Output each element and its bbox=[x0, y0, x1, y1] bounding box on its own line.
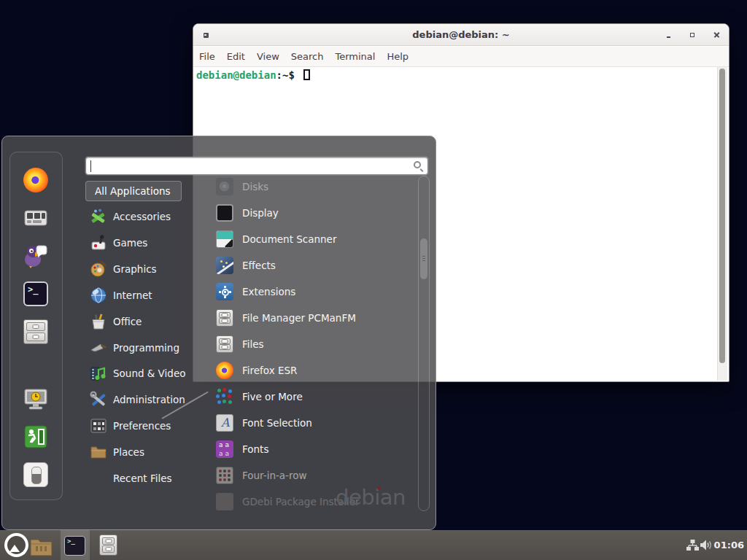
category-label: Sound & Video bbox=[113, 368, 185, 379]
window-title: debian@debian: ~ bbox=[193, 24, 729, 46]
office-icon bbox=[90, 313, 107, 330]
prompt-line: debian@debian:~$ bbox=[196, 69, 310, 82]
files-icon bbox=[216, 335, 233, 353]
app-five-or-more[interactable]: Five or More bbox=[216, 384, 303, 410]
terminal-cursor bbox=[303, 69, 310, 80]
favorite-firefox-icon[interactable] bbox=[23, 168, 48, 192]
app-label: Four-in-a-row bbox=[242, 470, 307, 481]
maximize-icon bbox=[690, 33, 695, 38]
favorite-keyboard-icon[interactable] bbox=[23, 206, 48, 230]
category-places[interactable]: Places bbox=[90, 439, 144, 465]
prompt-suffix: :~$ bbox=[276, 69, 295, 81]
menu-scrollbar-track[interactable] bbox=[418, 176, 430, 511]
category-internet[interactable]: Internet bbox=[90, 282, 152, 308]
sound-video-icon bbox=[90, 365, 107, 382]
games-icon bbox=[90, 234, 107, 252]
taskbar-file-manager-icon[interactable] bbox=[30, 537, 53, 559]
category-label: Places bbox=[113, 446, 144, 458]
app-label: Effects bbox=[242, 260, 276, 271]
category-label: Recent Files bbox=[113, 472, 172, 484]
application-menu: All Applications Accessories Games bbox=[1, 136, 436, 530]
disks-icon bbox=[216, 178, 233, 195]
taskbar-file-cabinet-icon[interactable] bbox=[99, 534, 117, 556]
favorite-pidgin-icon[interactable] bbox=[23, 244, 48, 268]
app-effects[interactable]: Effects bbox=[216, 252, 276, 279]
app-label: Display bbox=[242, 207, 279, 219]
no-icon bbox=[90, 470, 107, 487]
category-label: Preferences bbox=[113, 420, 171, 432]
app-label: Disks bbox=[242, 181, 268, 192]
gdebi-icon bbox=[216, 493, 233, 510]
category-recent-files[interactable]: Recent Files bbox=[90, 465, 172, 491]
close-button[interactable] bbox=[707, 26, 726, 44]
app-label: Fonts bbox=[242, 443, 268, 455]
preferences-icon bbox=[90, 417, 107, 435]
favorite-file-manager-icon[interactable] bbox=[23, 319, 48, 344]
app-label: Files bbox=[242, 338, 264, 350]
effects-icon bbox=[216, 257, 233, 274]
terminal-scrollbar-thumb[interactable] bbox=[719, 69, 725, 363]
watermark-dot bbox=[377, 486, 381, 490]
category-label: Graphics bbox=[113, 263, 157, 275]
favorite-terminal-icon[interactable] bbox=[23, 281, 48, 306]
maximize-button[interactable] bbox=[683, 26, 702, 44]
category-all-applications[interactable]: All Applications bbox=[85, 181, 182, 201]
menu-scrollbar-thumb[interactable] bbox=[420, 238, 427, 279]
app-firefox-esr[interactable]: Firefox ESR bbox=[216, 357, 297, 384]
category-label: Accessories bbox=[113, 211, 171, 222]
menu-view[interactable]: View bbox=[251, 51, 285, 62]
app-font-selection[interactable]: Font Selection bbox=[216, 410, 312, 436]
search-icon bbox=[414, 161, 421, 168]
favorite-screensaver-icon[interactable] bbox=[23, 386, 48, 411]
app-files[interactable]: Files bbox=[216, 331, 264, 357]
category-label: Programming bbox=[113, 342, 179, 354]
category-programming[interactable]: Programming bbox=[90, 335, 179, 361]
category-label: Administration bbox=[113, 394, 185, 405]
minimize-icon bbox=[667, 36, 670, 38]
menu-help[interactable]: Help bbox=[381, 51, 414, 62]
app-extensions[interactable]: Extensions bbox=[216, 279, 295, 305]
font-selection-icon bbox=[216, 414, 233, 432]
menu-search[interactable]: Search bbox=[285, 51, 330, 62]
administration-icon bbox=[90, 391, 107, 408]
category-label: Games bbox=[113, 237, 147, 249]
menu-edit[interactable]: Edit bbox=[221, 51, 251, 62]
terminal-scrollbar-track[interactable] bbox=[717, 67, 727, 381]
programming-icon bbox=[90, 339, 107, 357]
category-administration[interactable]: Administration bbox=[90, 386, 185, 413]
taskbar-terminal-icon[interactable] bbox=[64, 536, 85, 556]
minimize-button[interactable] bbox=[659, 26, 678, 44]
category-games[interactable]: Games bbox=[90, 230, 147, 256]
category-office[interactable]: Office bbox=[90, 308, 142, 335]
app-four-in-a-row[interactable]: Four-in-a-row bbox=[216, 462, 307, 489]
menu-file[interactable]: File bbox=[193, 51, 221, 62]
category-label: Office bbox=[113, 316, 142, 327]
menu-terminal[interactable]: Terminal bbox=[329, 51, 381, 62]
applications-list: Disks Display Document Scanner Effects E… bbox=[192, 174, 415, 511]
app-fonts[interactable]: Fonts bbox=[216, 436, 268, 462]
category-preferences[interactable]: Preferences bbox=[90, 413, 171, 439]
network-icon[interactable] bbox=[686, 540, 699, 553]
volume-icon[interactable] bbox=[700, 540, 715, 553]
extensions-icon bbox=[216, 283, 233, 300]
close-icon bbox=[714, 33, 719, 38]
category-graphics[interactable]: Graphics bbox=[90, 256, 157, 282]
category-accessories[interactable]: Accessories bbox=[90, 203, 171, 230]
graphics-icon bbox=[90, 260, 107, 278]
app-label: Document Scanner bbox=[242, 233, 336, 245]
favorite-logout-icon[interactable] bbox=[23, 424, 48, 449]
app-file-manager-pcmanfm[interactable]: File Manager PCManFM bbox=[216, 305, 356, 331]
app-display[interactable]: Display bbox=[216, 200, 279, 226]
search-input[interactable] bbox=[85, 157, 428, 175]
app-document-scanner[interactable]: Document Scanner bbox=[216, 226, 336, 252]
app-disks[interactable]: Disks bbox=[216, 174, 268, 200]
app-label: Five or More bbox=[242, 391, 303, 402]
taskbar: 01:06 bbox=[0, 530, 747, 560]
category-sound-video[interactable]: Sound & Video bbox=[90, 360, 185, 386]
five-or-more-icon bbox=[216, 388, 233, 405]
favorite-shutdown-icon[interactable] bbox=[23, 462, 48, 487]
firefox-icon bbox=[216, 362, 233, 379]
terminal-titlebar[interactable]: debian@debian: ~ bbox=[193, 24, 729, 46]
menu-button[interactable] bbox=[4, 533, 28, 557]
clock[interactable]: 01:06 bbox=[714, 530, 744, 560]
